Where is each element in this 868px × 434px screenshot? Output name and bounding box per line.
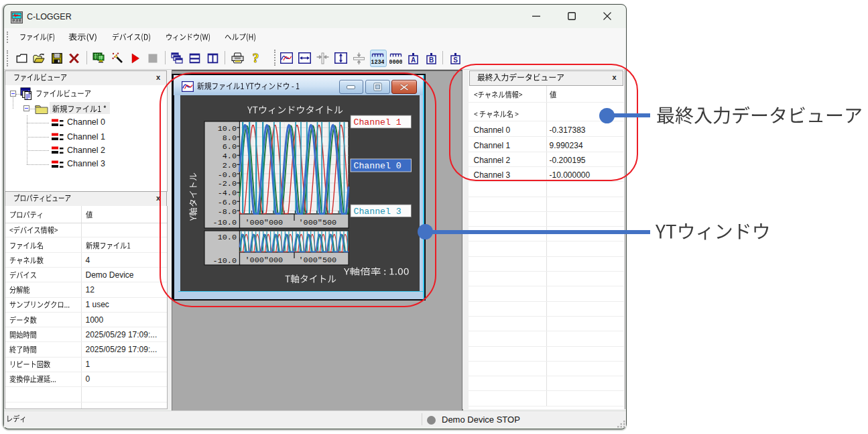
svg-text:0000: 0000 (389, 58, 402, 64)
svg-text:?: ? (252, 52, 259, 64)
svg-text:B: B (429, 56, 434, 63)
svg-text:1234: 1234 (371, 58, 384, 64)
svg-text:S: S (453, 56, 458, 63)
svg-text:A: A (411, 56, 416, 63)
